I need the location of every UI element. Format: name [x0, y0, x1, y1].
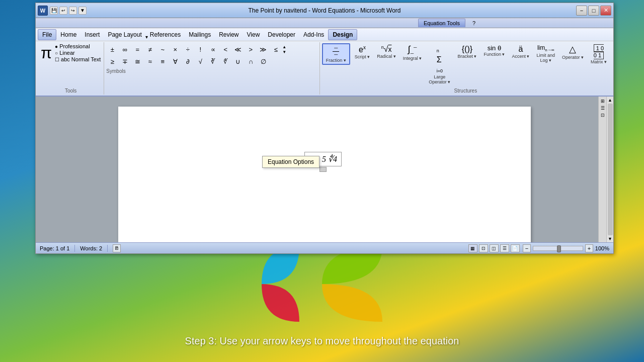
- menu-home[interactable]: Home: [56, 30, 80, 40]
- tools-expand-icon[interactable]: ▾: [145, 34, 148, 40]
- sym-equiv[interactable]: ≡: [156, 55, 169, 67]
- view-icon1[interactable]: ⊞: [601, 99, 605, 104]
- scroll-up-arrow[interactable]: ▲: [608, 98, 612, 103]
- sym-partial[interactable]: ∂: [182, 55, 194, 67]
- normal-text-checkbox[interactable]: ☐: [55, 57, 59, 62]
- language-icon[interactable]: 🖹: [113, 244, 121, 252]
- sym-pm[interactable]: ±: [106, 43, 118, 55]
- zoom-slider[interactable]: [533, 246, 583, 251]
- function-button[interactable]: sin θ Function ▾: [481, 43, 507, 58]
- menu-developer[interactable]: Developer: [264, 30, 299, 40]
- close-button[interactable]: ✕: [600, 6, 611, 16]
- sym-times[interactable]: ×: [169, 43, 181, 55]
- sym-approx[interactable]: ≈: [144, 55, 156, 67]
- sym-sqrt[interactable]: √: [194, 55, 206, 67]
- fraction-button[interactable]: ─ ─ Fraction ▾: [322, 43, 350, 65]
- sym-scroll-up[interactable]: ▲: [282, 45, 286, 49]
- status-sep-1: [74, 245, 75, 252]
- scroll-thumb[interactable]: [608, 104, 613, 235]
- professional-radio[interactable]: ●: [55, 44, 58, 49]
- help-icon[interactable]: ?: [467, 20, 480, 27]
- large-operator-button[interactable]: nΣi=0 LargeOperator ▾: [426, 43, 453, 86]
- view-icon3[interactable]: ⊡: [601, 113, 605, 118]
- fraction-label: Fraction ▾: [326, 58, 346, 63]
- professional-label: Professional: [59, 43, 90, 49]
- sym-eq[interactable]: =: [131, 43, 143, 55]
- zoom-out-btn[interactable]: −: [523, 244, 531, 252]
- web-layout-btn[interactable]: ◫: [490, 244, 499, 252]
- eq-tools-bar: Equation Tools ?: [36, 18, 613, 28]
- sym-div[interactable]: ÷: [182, 43, 194, 55]
- sym-union[interactable]: ∪: [232, 55, 244, 67]
- minimize-button[interactable]: −: [576, 6, 587, 16]
- sym-le[interactable]: ≤: [270, 43, 282, 55]
- professional-option[interactable]: ● Professional: [55, 43, 101, 49]
- sym-cong[interactable]: ≅: [131, 55, 143, 67]
- integral-button[interactable]: ∫── Integral ▾: [400, 43, 425, 62]
- menu-design[interactable]: Design: [328, 29, 357, 40]
- sym-mp[interactable]: ∓: [119, 55, 131, 67]
- sym-scroll[interactable]: ▲ ▼: [282, 45, 286, 54]
- menu-add-ins[interactable]: Add-Ins: [299, 30, 328, 40]
- sym-gt[interactable]: >: [245, 43, 257, 55]
- accent-button[interactable]: ä Accent ▾: [509, 43, 532, 60]
- sym-ggt[interactable]: ≫: [257, 43, 269, 55]
- window-controls: − □ ✕: [576, 6, 611, 16]
- scroll-down-arrow[interactable]: ▼: [608, 236, 612, 241]
- draft-btn[interactable]: 📄: [511, 244, 520, 252]
- sym-lt[interactable]: <: [219, 43, 231, 55]
- view-icon2[interactable]: ☰: [601, 106, 605, 111]
- sym-forall[interactable]: ∀: [169, 55, 181, 67]
- fraction-icon: ─ ─: [333, 45, 339, 58]
- sym-neq[interactable]: ≠: [144, 43, 156, 55]
- outline-btn[interactable]: ☰: [500, 244, 509, 252]
- sym-llt[interactable]: ≪: [232, 43, 244, 55]
- matrix-button[interactable]: 1 00 1 Matrix ▾: [588, 43, 609, 66]
- sym-prop[interactable]: ∝: [207, 43, 219, 55]
- equation-options-popup[interactable]: Equation Options: [262, 156, 319, 168]
- menu-review[interactable]: Review: [215, 30, 243, 40]
- document-area: ▲ ▼ ⊞ ☰ ⊡ x = 5 ∜4 Equation Options: [36, 97, 613, 242]
- script-label: Script ▾: [355, 54, 370, 59]
- sym-intersect[interactable]: ∩: [245, 55, 257, 67]
- customize-icon[interactable]: ▼: [78, 7, 87, 15]
- menu-references[interactable]: References: [146, 30, 185, 40]
- menu-insert[interactable]: Insert: [80, 30, 104, 40]
- sym-tilde[interactable]: ~: [156, 43, 169, 55]
- limit-log-button[interactable]: limn→∞ Limit andLog ▾: [534, 43, 557, 64]
- save-icon[interactable]: 💾: [50, 7, 58, 15]
- sym-ge[interactable]: ≥: [106, 55, 118, 67]
- quick-access-toolbar: 💾 ↩ ↪ ▼: [50, 7, 87, 15]
- zoom-thumb[interactable]: [557, 245, 561, 252]
- vertical-scrollbar[interactable]: ▲ ▼: [606, 97, 613, 242]
- zoom-in-btn[interactable]: +: [585, 244, 593, 252]
- sym-empty[interactable]: ∅: [257, 55, 269, 67]
- operator-button[interactable]: △ Operator ▾: [559, 43, 586, 61]
- symbols-label: Symbols: [106, 67, 125, 74]
- menu-view[interactable]: View: [243, 30, 264, 40]
- normal-text-option[interactable]: ☐ abc Normal Text: [55, 56, 101, 62]
- menu-page-layout[interactable]: Page Layout: [104, 30, 145, 40]
- redo-icon[interactable]: ↪: [69, 7, 77, 15]
- script-button[interactable]: ex Script ▾: [352, 43, 373, 61]
- sym-scroll-down[interactable]: ▼: [282, 50, 286, 54]
- restore-button[interactable]: □: [588, 6, 599, 16]
- radical-icon: n√x: [381, 45, 392, 54]
- menu-mailings[interactable]: Mailings: [185, 30, 215, 40]
- bracket-button[interactable]: {()} Bracket ▾: [455, 43, 479, 60]
- print-layout-btn[interactable]: ▦: [468, 244, 477, 252]
- menu-file[interactable]: File: [38, 29, 56, 40]
- linear-radio[interactable]: ○: [55, 50, 58, 56]
- equation-handle[interactable]: [319, 167, 327, 172]
- radical-button[interactable]: n√x Radical ▾: [374, 43, 398, 60]
- bracket-icon: {()}: [462, 45, 472, 54]
- limit-log-label: Limit andLog ▾: [536, 53, 555, 63]
- sym-cbrt[interactable]: ∛: [207, 55, 219, 67]
- full-screen-btn[interactable]: ⊡: [479, 244, 488, 252]
- sym-qrt[interactable]: ∜: [219, 55, 231, 67]
- undo-icon[interactable]: ↩: [59, 7, 67, 15]
- structures-row: ─ ─ Fraction ▾ ex Script ▾ n√x Radical ▾: [322, 43, 609, 86]
- sym-inf[interactable]: ∞: [119, 43, 131, 55]
- linear-option[interactable]: ○ Linear: [55, 50, 101, 56]
- sym-fact[interactable]: !: [194, 43, 206, 55]
